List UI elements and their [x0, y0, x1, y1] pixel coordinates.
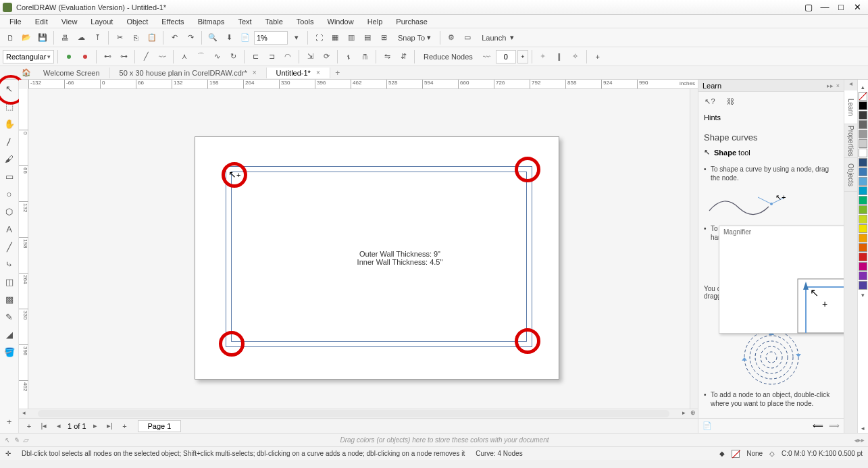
pan-tool[interactable]: ✋ — [2, 116, 17, 131]
ruler-vertical[interactable]: 066132198264330396462 — [19, 89, 28, 409]
color-swatch[interactable] — [859, 186, 867, 195]
color-swatch[interactable] — [859, 101, 867, 110]
smoothness-increase[interactable]: + — [517, 50, 528, 63]
zoom-input[interactable] — [254, 31, 288, 45]
color-swatch[interactable] — [859, 243, 867, 252]
scrollbar-horizontal[interactable] — [38, 410, 669, 417]
minimize-button[interactable]: — — [817, 1, 833, 14]
pick-tool[interactable]: ⬚ — [2, 99, 17, 113]
palette-pick-icon[interactable]: ↖ — [4, 436, 9, 444]
align-nodes-v-icon[interactable]: ⫚ — [357, 49, 372, 64]
color-swatch[interactable] — [859, 111, 867, 120]
color-swatch[interactable] — [859, 281, 867, 290]
reflect-h-icon[interactable]: ⇋ — [380, 49, 394, 64]
first-page-icon[interactable]: |◂ — [38, 421, 50, 432]
color-swatch[interactable] — [859, 253, 867, 261]
forward-icon[interactable]: ⟹ — [829, 421, 840, 430]
palette-swatch-icon[interactable]: ▱ — [23, 436, 28, 444]
break-curve-icon[interactable]: ⊶ — [116, 49, 131, 64]
scrollbar-vertical[interactable] — [690, 89, 698, 409]
maximize-button[interactable]: □ — [833, 1, 849, 14]
navigator-icon[interactable]: ⊕ — [688, 409, 698, 418]
rectangle-tool[interactable]: ▭ — [2, 169, 17, 184]
save-icon[interactable]: 💾 — [35, 30, 50, 45]
palette-up-icon[interactable]: ▴ — [861, 84, 865, 90]
color-swatch[interactable] — [859, 139, 867, 148]
extract-subpath-icon[interactable]: ⊐ — [264, 49, 279, 64]
color-swatch[interactable] — [859, 224, 867, 233]
swatch-none[interactable] — [859, 92, 867, 101]
smart-fill-tool[interactable]: 🪣 — [2, 344, 17, 359]
color-swatch[interactable] — [859, 158, 867, 167]
palette-eyedropper-icon[interactable]: ✎ — [14, 436, 19, 444]
snap-objects-icon[interactable]: ⊞ — [376, 30, 391, 45]
extend-curve-icon[interactable]: ⊏ — [248, 49, 263, 64]
ellipse-tool[interactable]: ○ — [2, 186, 17, 201]
select-all-nodes-icon[interactable]: ‖ — [552, 49, 567, 64]
outline-indicator-icon[interactable]: ◇ — [769, 450, 775, 457]
menu-layout[interactable]: Layout — [84, 16, 120, 27]
side-tab-properties[interactable]: Properties — [844, 124, 857, 158]
color-swatch[interactable] — [859, 271, 867, 280]
palette-menu-icon[interactable]: ▸ — [861, 436, 864, 444]
menu-table[interactable]: Table — [259, 16, 290, 27]
copy-icon[interactable]: ⎘ — [128, 30, 143, 45]
grid-icon[interactable]: ▦ — [328, 30, 342, 45]
snap-to-dropdown[interactable]: Snap To ▾ — [392, 31, 436, 45]
fullscreen-icon[interactable]: ⛶ — [311, 30, 326, 45]
open-icon[interactable]: 📂 — [19, 30, 34, 45]
palette-down-icon[interactable]: ▾ — [861, 292, 865, 298]
close-panel-icon[interactable]: × — [836, 82, 840, 89]
print-icon[interactable]: 🖶 — [57, 30, 72, 45]
book-icon[interactable]: 📄 — [703, 421, 712, 430]
smoothness-input[interactable] — [496, 50, 516, 63]
transparency-tool[interactable]: ▩ — [2, 292, 17, 307]
color-swatch[interactable] — [859, 196, 867, 205]
tab-file1[interactable]: 50 x 30 house plan in CorelDRAW.cdr*× — [110, 68, 267, 78]
paste-icon[interactable]: 📋 — [145, 30, 159, 45]
side-tab-learn[interactable]: Learn — [844, 90, 857, 124]
guides-icon[interactable]: ▥ — [344, 30, 359, 45]
collapse-panel-icon[interactable]: ▸▸ — [827, 82, 834, 89]
menu-bitmaps[interactable]: Bitmaps — [191, 16, 232, 27]
restore-small-icon[interactable]: ▢ — [800, 1, 817, 14]
menu-window[interactable]: Window — [321, 16, 361, 27]
document-palette[interactable]: ↖ ✎ ▱ Drag colors (or objects) here to s… — [0, 433, 868, 446]
last-page-icon[interactable]: ▸| — [104, 421, 116, 432]
home-tab-icon[interactable]: 🏠 — [19, 68, 34, 77]
close-icon[interactable]: × — [316, 69, 320, 76]
drop-shadow-tool[interactable]: ◫ — [2, 274, 17, 289]
elastic-mode-icon[interactable]: ✦ — [536, 49, 551, 64]
reduce-nodes-button[interactable]: Reduce Nodes — [418, 50, 478, 63]
reflect-v-icon[interactable]: ⇵ — [396, 49, 411, 64]
menu-purchase[interactable]: Purchase — [389, 16, 434, 27]
quick-customize-icon[interactable]: + — [2, 414, 17, 429]
polygon-tool[interactable]: ⬡ — [2, 204, 17, 219]
canvas-viewport[interactable]: ↖+ Outer Wall Thickness: 9" Inner Wall T… — [28, 89, 690, 409]
side-tab-objects[interactable]: Objects — [844, 158, 857, 192]
fill-tool[interactable]: ◢ — [2, 327, 17, 342]
videos-tab-icon[interactable]: ⛓ — [723, 94, 738, 109]
add-page-after-icon[interactable]: + — [119, 421, 131, 432]
join-nodes-icon[interactable]: ⊷ — [100, 49, 115, 64]
next-page-icon[interactable]: ▸ — [89, 421, 101, 432]
palette-expand-icon[interactable]: ◂ — [861, 425, 865, 432]
cusp-node-icon[interactable]: ⋏ — [177, 49, 192, 64]
menu-help[interactable]: Help — [361, 16, 390, 27]
fill-swatch[interactable] — [732, 450, 740, 458]
color-swatch[interactable] — [859, 149, 867, 157]
menu-object[interactable]: Object — [120, 16, 155, 27]
align-nodes-h-icon[interactable]: ⫮ — [341, 49, 356, 64]
export-icon[interactable]: ⤒ — [90, 30, 105, 45]
to-curve-icon[interactable]: 〰 — [155, 49, 170, 64]
connector-tool[interactable]: ⤷ — [2, 257, 17, 271]
search-icon[interactable]: 🔍 — [205, 30, 220, 45]
hints-tab-icon[interactable]: ↖? — [703, 94, 717, 109]
color-swatch[interactable] — [859, 167, 867, 176]
parallel-dimension-tool[interactable]: ╱ — [2, 239, 17, 254]
snap-grid-icon[interactable]: ▤ — [360, 30, 375, 45]
ruler-horizontal[interactable]: -132-66066132198264330396462528594660726… — [28, 80, 698, 89]
color-swatch[interactable] — [859, 120, 867, 129]
import-icon[interactable]: ⬇ — [222, 30, 236, 45]
page-tab[interactable]: Page 1 — [138, 420, 182, 432]
